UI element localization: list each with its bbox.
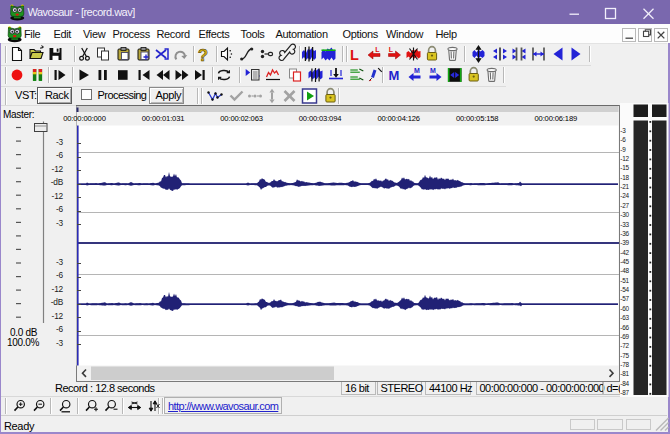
svg-text:-78: -78 [620, 361, 629, 368]
svg-text:-81: -81 [620, 370, 629, 377]
svg-text:-45: -45 [620, 258, 629, 265]
svg-text:00:00:03:094: 00:00:03:094 [299, 114, 342, 123]
svg-text:-12: -12 [52, 284, 64, 294]
svg-text:-3: -3 [56, 338, 64, 348]
svg-text:-33: -33 [620, 221, 629, 228]
svg-text:-6: -6 [56, 270, 64, 280]
svg-text:-dB: -dB [51, 297, 64, 307]
svg-text:00:00:05:158: 00:00:05:158 [456, 114, 499, 123]
svg-text:M: M [430, 67, 436, 74]
svg-text:-12: -12 [52, 191, 64, 201]
svg-text:-69: -69 [620, 333, 629, 340]
svg-text:-6: -6 [620, 136, 626, 143]
svg-text:-12: -12 [52, 311, 64, 321]
svg-text:-54: -54 [620, 286, 629, 293]
svg-text:-63: -63 [620, 314, 629, 321]
svg-text:00:00:04:126: 00:00:04:126 [377, 114, 420, 123]
svg-text:-57: -57 [620, 295, 629, 302]
svg-text:-51: -51 [620, 277, 629, 284]
svg-text:00:00:00:000: 00:00:00:000 [63, 114, 106, 123]
svg-text:-24: -24 [620, 192, 629, 199]
svg-text:-6: -6 [56, 324, 64, 334]
svg-text:-12: -12 [620, 155, 629, 162]
svg-text:-42: -42 [620, 249, 629, 256]
svg-text:-21: -21 [620, 183, 629, 190]
svg-text:-6: -6 [56, 204, 64, 214]
svg-text:?: ? [198, 46, 208, 65]
svg-text:-3: -3 [56, 137, 64, 147]
svg-text:00:00:02:063: 00:00:02:063 [220, 114, 263, 123]
svg-text:-75: -75 [620, 352, 629, 359]
svg-text:-84: -84 [620, 380, 629, 387]
svg-text:-12: -12 [52, 164, 64, 174]
svg-text:-3: -3 [56, 257, 64, 267]
svg-text:-39: -39 [620, 239, 629, 246]
svg-text:-3: -3 [620, 127, 626, 134]
svg-text:00:00:06:189: 00:00:06:189 [535, 114, 578, 123]
svg-text:-72: -72 [620, 342, 629, 349]
svg-text:-30: -30 [620, 211, 629, 218]
svg-text:M: M [389, 68, 400, 83]
svg-text:-36: -36 [620, 230, 629, 237]
svg-text:-60: -60 [620, 305, 629, 312]
svg-text:-dB: -dB [51, 177, 64, 187]
svg-text:-9: -9 [620, 146, 626, 153]
svg-text:-15: -15 [620, 164, 629, 171]
svg-text:-18: -18 [620, 174, 629, 181]
svg-text:-3: -3 [56, 218, 64, 228]
svg-text:L: L [375, 46, 380, 53]
svg-text:-66: -66 [620, 324, 629, 331]
svg-text:-27: -27 [620, 202, 629, 209]
svg-text:-6: -6 [56, 150, 64, 160]
svg-text:L: L [350, 47, 359, 63]
svg-text:M: M [414, 67, 420, 74]
svg-text:-48: -48 [620, 267, 629, 274]
svg-text:00:00:01:031: 00:00:01:031 [142, 114, 185, 123]
svg-text:L: L [389, 46, 394, 53]
svg-text:-87: -87 [620, 389, 629, 396]
